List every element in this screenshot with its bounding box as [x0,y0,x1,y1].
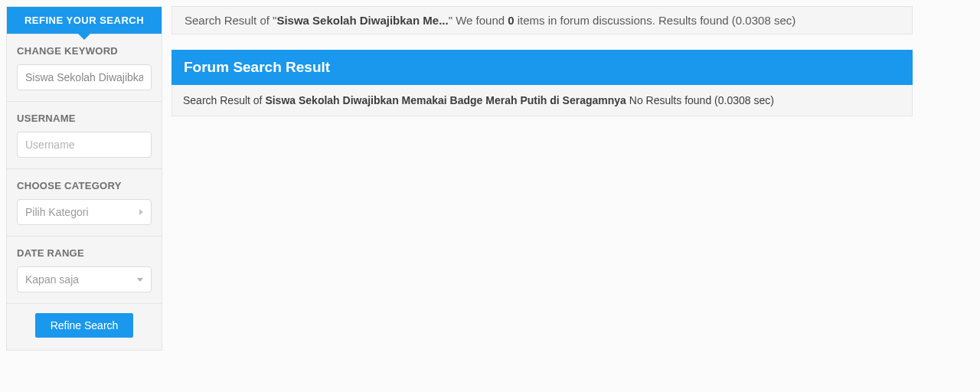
refine-header: REFINE YOUR SEARCH [7,7,162,34]
refine-search-button[interactable]: Refine Search [35,313,134,338]
username-section: USERNAME [7,101,162,168]
daterange-section: DATE RANGE Kapan saja [7,236,162,303]
forum-result-body: Search Result of Siswa Sekolah Diwajibka… [172,85,913,116]
username-input[interactable] [17,132,152,158]
summary-count: 0 [508,14,514,27]
category-section: CHOOSE CATEGORY Pilih Kategori [7,168,162,236]
chevron-right-icon [139,209,143,215]
summary-suffix: items in forum discussions. Results foun… [514,14,796,27]
category-select[interactable]: Pilih Kategori [17,199,152,225]
forum-body-term: Siswa Sekolah Diwajibkan Memakai Badge M… [265,94,626,106]
category-label: CHOOSE CATEGORY [17,180,152,191]
submit-row: Refine Search [7,303,162,350]
daterange-label: DATE RANGE [17,247,152,259]
forum-body-suffix: No Results found (0.0308 sec) [626,94,774,106]
forum-result-header: Forum Search Result [172,50,913,85]
summary-prefix: Search Result of " [185,14,276,27]
daterange-select[interactable]: Kapan saja [17,266,152,292]
main-content: Search Result of "Siswa Sekolah Diwajibk… [172,6,913,351]
username-label: USERNAME [17,113,152,124]
keyword-section: CHANGE KEYWORD [7,34,162,101]
result-summary-bar: Search Result of "Siswa Sekolah Diwajibk… [172,6,913,34]
summary-mid: " We found [449,14,508,27]
keyword-label: CHANGE KEYWORD [17,45,152,57]
category-selected-value: Pilih Kategori [25,206,89,218]
daterange-selected-value: Kapan saja [25,273,79,286]
keyword-input[interactable] [17,64,152,90]
summary-term: Siswa Sekolah Diwajibkan Me... [276,14,448,27]
refine-sidebar: REFINE YOUR SEARCH CHANGE KEYWORD USERNA… [6,6,162,351]
forum-body-prefix: Search Result of [183,94,265,106]
chevron-down-icon [137,278,143,282]
